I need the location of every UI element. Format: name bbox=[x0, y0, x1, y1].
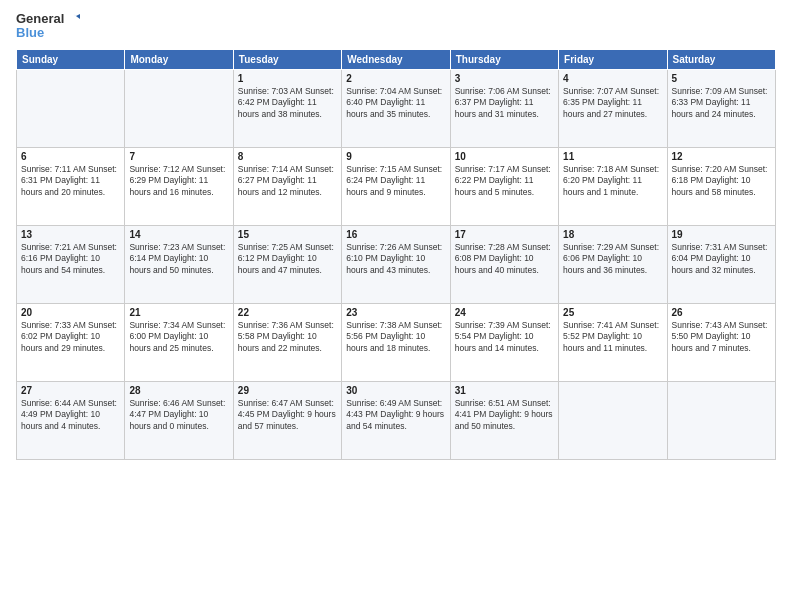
day-of-week-header: Wednesday bbox=[342, 49, 450, 69]
day-of-week-header: Saturday bbox=[667, 49, 775, 69]
cell-daylight-info: Sunrise: 7:33 AM Sunset: 6:02 PM Dayligh… bbox=[21, 320, 120, 354]
calendar-day-cell: 26Sunrise: 7:43 AM Sunset: 5:50 PM Dayli… bbox=[667, 303, 775, 381]
cell-daylight-info: Sunrise: 7:36 AM Sunset: 5:58 PM Dayligh… bbox=[238, 320, 337, 354]
empty-cell bbox=[667, 381, 775, 459]
cell-daylight-info: Sunrise: 7:03 AM Sunset: 6:42 PM Dayligh… bbox=[238, 86, 337, 120]
calendar-day-cell: 1Sunrise: 7:03 AM Sunset: 6:42 PM Daylig… bbox=[233, 69, 341, 147]
calendar-day-cell: 2Sunrise: 7:04 AM Sunset: 6:40 PM Daylig… bbox=[342, 69, 450, 147]
calendar-day-cell: 11Sunrise: 7:18 AM Sunset: 6:20 PM Dayli… bbox=[559, 147, 667, 225]
day-of-week-header: Thursday bbox=[450, 49, 558, 69]
cell-daylight-info: Sunrise: 7:38 AM Sunset: 5:56 PM Dayligh… bbox=[346, 320, 445, 354]
cell-daylight-info: Sunrise: 6:47 AM Sunset: 4:45 PM Dayligh… bbox=[238, 398, 337, 432]
day-number: 16 bbox=[346, 229, 445, 240]
day-number: 15 bbox=[238, 229, 337, 240]
logo-bird-icon bbox=[66, 12, 80, 26]
calendar-day-cell: 25Sunrise: 7:41 AM Sunset: 5:52 PM Dayli… bbox=[559, 303, 667, 381]
cell-daylight-info: Sunrise: 7:09 AM Sunset: 6:33 PM Dayligh… bbox=[672, 86, 771, 120]
day-number: 28 bbox=[129, 385, 228, 396]
day-number: 19 bbox=[672, 229, 771, 240]
logo: General Blue bbox=[16, 12, 80, 41]
cell-daylight-info: Sunrise: 7:43 AM Sunset: 5:50 PM Dayligh… bbox=[672, 320, 771, 354]
cell-daylight-info: Sunrise: 6:51 AM Sunset: 4:41 PM Dayligh… bbox=[455, 398, 554, 432]
cell-daylight-info: Sunrise: 7:25 AM Sunset: 6:12 PM Dayligh… bbox=[238, 242, 337, 276]
cell-daylight-info: Sunrise: 7:31 AM Sunset: 6:04 PM Dayligh… bbox=[672, 242, 771, 276]
day-number: 11 bbox=[563, 151, 662, 162]
empty-cell bbox=[559, 381, 667, 459]
logo-general: General bbox=[16, 12, 64, 26]
day-number: 4 bbox=[563, 73, 662, 84]
day-number: 23 bbox=[346, 307, 445, 318]
day-number: 1 bbox=[238, 73, 337, 84]
calendar-day-cell: 3Sunrise: 7:06 AM Sunset: 6:37 PM Daylig… bbox=[450, 69, 558, 147]
calendar-day-cell: 9Sunrise: 7:15 AM Sunset: 6:24 PM Daylig… bbox=[342, 147, 450, 225]
day-number: 10 bbox=[455, 151, 554, 162]
day-number: 30 bbox=[346, 385, 445, 396]
day-number: 21 bbox=[129, 307, 228, 318]
day-number: 14 bbox=[129, 229, 228, 240]
cell-daylight-info: Sunrise: 7:07 AM Sunset: 6:35 PM Dayligh… bbox=[563, 86, 662, 120]
calendar-day-cell: 12Sunrise: 7:20 AM Sunset: 6:18 PM Dayli… bbox=[667, 147, 775, 225]
day-number: 18 bbox=[563, 229, 662, 240]
cell-daylight-info: Sunrise: 7:26 AM Sunset: 6:10 PM Dayligh… bbox=[346, 242, 445, 276]
calendar-day-cell: 6Sunrise: 7:11 AM Sunset: 6:31 PM Daylig… bbox=[17, 147, 125, 225]
cell-daylight-info: Sunrise: 6:49 AM Sunset: 4:43 PM Dayligh… bbox=[346, 398, 445, 432]
calendar-day-cell: 29Sunrise: 6:47 AM Sunset: 4:45 PM Dayli… bbox=[233, 381, 341, 459]
day-number: 20 bbox=[21, 307, 120, 318]
day-number: 5 bbox=[672, 73, 771, 84]
cell-daylight-info: Sunrise: 6:46 AM Sunset: 4:47 PM Dayligh… bbox=[129, 398, 228, 432]
calendar-day-cell: 21Sunrise: 7:34 AM Sunset: 6:00 PM Dayli… bbox=[125, 303, 233, 381]
day-number: 13 bbox=[21, 229, 120, 240]
day-number: 22 bbox=[238, 307, 337, 318]
calendar-day-cell: 30Sunrise: 6:49 AM Sunset: 4:43 PM Dayli… bbox=[342, 381, 450, 459]
day-number: 6 bbox=[21, 151, 120, 162]
day-number: 24 bbox=[455, 307, 554, 318]
calendar-day-cell: 7Sunrise: 7:12 AM Sunset: 6:29 PM Daylig… bbox=[125, 147, 233, 225]
calendar-day-cell: 19Sunrise: 7:31 AM Sunset: 6:04 PM Dayli… bbox=[667, 225, 775, 303]
cell-daylight-info: Sunrise: 7:04 AM Sunset: 6:40 PM Dayligh… bbox=[346, 86, 445, 120]
cell-daylight-info: Sunrise: 7:39 AM Sunset: 5:54 PM Dayligh… bbox=[455, 320, 554, 354]
calendar-day-cell: 28Sunrise: 6:46 AM Sunset: 4:47 PM Dayli… bbox=[125, 381, 233, 459]
day-number: 3 bbox=[455, 73, 554, 84]
day-number: 27 bbox=[21, 385, 120, 396]
day-of-week-header: Tuesday bbox=[233, 49, 341, 69]
cell-daylight-info: Sunrise: 7:21 AM Sunset: 6:16 PM Dayligh… bbox=[21, 242, 120, 276]
day-number: 8 bbox=[238, 151, 337, 162]
day-number: 26 bbox=[672, 307, 771, 318]
day-number: 31 bbox=[455, 385, 554, 396]
calendar-day-cell: 27Sunrise: 6:44 AM Sunset: 4:49 PM Dayli… bbox=[17, 381, 125, 459]
calendar-day-cell: 14Sunrise: 7:23 AM Sunset: 6:14 PM Dayli… bbox=[125, 225, 233, 303]
cell-daylight-info: Sunrise: 7:23 AM Sunset: 6:14 PM Dayligh… bbox=[129, 242, 228, 276]
day-number: 29 bbox=[238, 385, 337, 396]
calendar-day-cell: 15Sunrise: 7:25 AM Sunset: 6:12 PM Dayli… bbox=[233, 225, 341, 303]
calendar-day-cell: 31Sunrise: 6:51 AM Sunset: 4:41 PM Dayli… bbox=[450, 381, 558, 459]
cell-daylight-info: Sunrise: 7:06 AM Sunset: 6:37 PM Dayligh… bbox=[455, 86, 554, 120]
calendar-day-cell: 18Sunrise: 7:29 AM Sunset: 6:06 PM Dayli… bbox=[559, 225, 667, 303]
calendar-day-cell: 8Sunrise: 7:14 AM Sunset: 6:27 PM Daylig… bbox=[233, 147, 341, 225]
calendar-day-cell: 5Sunrise: 7:09 AM Sunset: 6:33 PM Daylig… bbox=[667, 69, 775, 147]
calendar-day-cell: 24Sunrise: 7:39 AM Sunset: 5:54 PM Dayli… bbox=[450, 303, 558, 381]
day-number: 12 bbox=[672, 151, 771, 162]
calendar-day-cell: 17Sunrise: 7:28 AM Sunset: 6:08 PM Dayli… bbox=[450, 225, 558, 303]
cell-daylight-info: Sunrise: 7:15 AM Sunset: 6:24 PM Dayligh… bbox=[346, 164, 445, 198]
calendar-day-cell: 22Sunrise: 7:36 AM Sunset: 5:58 PM Dayli… bbox=[233, 303, 341, 381]
calendar-day-cell: 10Sunrise: 7:17 AM Sunset: 6:22 PM Dayli… bbox=[450, 147, 558, 225]
day-of-week-header: Sunday bbox=[17, 49, 125, 69]
calendar-day-cell: 13Sunrise: 7:21 AM Sunset: 6:16 PM Dayli… bbox=[17, 225, 125, 303]
calendar-day-cell: 20Sunrise: 7:33 AM Sunset: 6:02 PM Dayli… bbox=[17, 303, 125, 381]
cell-daylight-info: Sunrise: 6:44 AM Sunset: 4:49 PM Dayligh… bbox=[21, 398, 120, 432]
day-number: 9 bbox=[346, 151, 445, 162]
calendar-table: SundayMondayTuesdayWednesdayThursdayFrid… bbox=[16, 49, 776, 460]
calendar-day-cell: 16Sunrise: 7:26 AM Sunset: 6:10 PM Dayli… bbox=[342, 225, 450, 303]
cell-daylight-info: Sunrise: 7:29 AM Sunset: 6:06 PM Dayligh… bbox=[563, 242, 662, 276]
cell-daylight-info: Sunrise: 7:41 AM Sunset: 5:52 PM Dayligh… bbox=[563, 320, 662, 354]
logo-blue: Blue bbox=[16, 26, 44, 40]
day-number: 7 bbox=[129, 151, 228, 162]
cell-daylight-info: Sunrise: 7:28 AM Sunset: 6:08 PM Dayligh… bbox=[455, 242, 554, 276]
day-number: 25 bbox=[563, 307, 662, 318]
cell-daylight-info: Sunrise: 7:20 AM Sunset: 6:18 PM Dayligh… bbox=[672, 164, 771, 198]
calendar-day-cell: 23Sunrise: 7:38 AM Sunset: 5:56 PM Dayli… bbox=[342, 303, 450, 381]
cell-daylight-info: Sunrise: 7:17 AM Sunset: 6:22 PM Dayligh… bbox=[455, 164, 554, 198]
empty-cell bbox=[17, 69, 125, 147]
cell-daylight-info: Sunrise: 7:14 AM Sunset: 6:27 PM Dayligh… bbox=[238, 164, 337, 198]
day-number: 17 bbox=[455, 229, 554, 240]
